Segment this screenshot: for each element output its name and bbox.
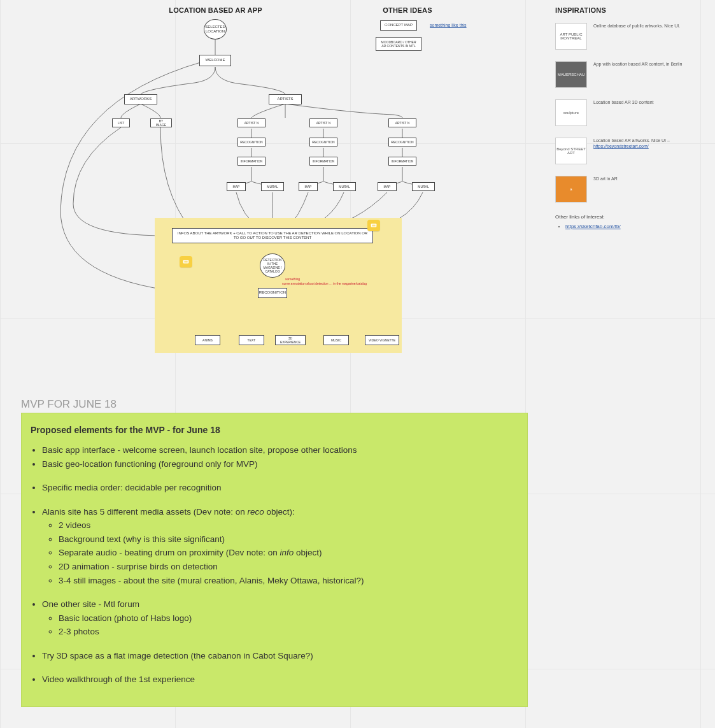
node-reco-1[interactable]: RECOGNITION <box>237 138 265 146</box>
inspiration-row[interactable]: Beyond STREET ARTLocation based AR artwo… <box>555 138 683 164</box>
list-item: Separate audio - beating drum on proximi… <box>59 546 518 559</box>
node-mural-2[interactable]: MURAL <box>333 182 356 191</box>
node-map-3[interactable]: MAP <box>378 182 397 191</box>
inspiration-text: Online database of public artworks. Nice… <box>593 23 680 29</box>
list-item: Alanis site has 5 different media assets… <box>42 506 518 587</box>
inspiration-row[interactable]: a3D art in AR <box>555 176 683 203</box>
node-leaf-4[interactable]: VIDEO VIGNETTE <box>365 335 399 345</box>
list-item: Specific media order: decidable per reco… <box>42 482 518 494</box>
other-links-label: Other links of interest: <box>555 214 683 220</box>
node-recognition[interactable]: RECOGNITION <box>258 288 287 298</box>
svg-rect-3 <box>183 260 189 263</box>
node-info-1[interactable]: INFORMATION <box>237 157 265 166</box>
node-leaf-1[interactable]: TEXT <box>239 335 264 345</box>
node-map-2[interactable]: MAP <box>299 182 318 191</box>
list-item: Basic app interface - welcome screen, la… <box>42 444 518 457</box>
svg-rect-5 <box>184 262 187 262</box>
node-root-label: SELECTED LOCATION <box>205 25 225 34</box>
inspiration-thumb: MAUERSCHAU <box>555 61 587 88</box>
node-detection-oval[interactable]: DETECTION IN THE MAGAZINE / CATALOG <box>260 253 285 278</box>
sticky-note-1[interactable] <box>367 220 380 231</box>
mvp-sticky-note[interactable]: Proposed elements for the MVP - for June… <box>21 413 528 707</box>
list-item: Background text (why is this site signif… <box>59 533 518 546</box>
list-item: 2 videos <box>59 519 518 532</box>
inspiration-text: Location based AR artworks. Nice UI – ht… <box>593 138 683 149</box>
list-item: Basic location (photo of Habs logo) <box>59 612 518 625</box>
svg-rect-1 <box>372 224 375 225</box>
node-info-3[interactable]: INFORMATION <box>388 157 416 166</box>
heading-other-ideas: OTHER IDEAS <box>357 6 458 14</box>
heading-location-app: LOCATION BASED AR APP <box>153 6 278 14</box>
node-artist-1[interactable]: ARTIST N <box>237 118 265 127</box>
node-mural-3[interactable]: MURAL <box>412 182 435 191</box>
annotation-red-1: something <box>285 277 362 281</box>
comment-icon <box>182 259 190 266</box>
inspiration-thumb: Beyond STREET ART <box>555 138 587 164</box>
node-list[interactable]: LIST <box>112 118 130 127</box>
heading-inspirations: INSPIRATIONS <box>555 6 683 14</box>
comment-icon <box>370 222 378 229</box>
list-item: 3-4 still images - about the site (mural… <box>59 575 518 587</box>
node-map-1[interactable]: MAP <box>227 182 246 191</box>
node-artworks[interactable]: ARTWORKS <box>124 94 157 104</box>
inspiration-thumb: a <box>555 176 587 203</box>
node-root[interactable]: SELECTED LOCATION <box>204 19 227 39</box>
list-item: 2D animation - surprise birds on detecti… <box>59 560 518 573</box>
inspiration-text: 3D art in AR <box>593 176 618 182</box>
other-box-1[interactable]: CONCEPT MAP <box>380 20 417 31</box>
svg-rect-4 <box>184 261 187 261</box>
inspiration-row[interactable]: ART PUBLIC MONTREALOnline database of pu… <box>555 23 683 50</box>
annotation-red-2: some annotation about detection … in the… <box>282 282 371 285</box>
node-welcome[interactable]: WELCOME <box>199 55 231 66</box>
other-link-0[interactable]: https://sketchfab.com/fb/ <box>565 224 621 229</box>
inspiration-link[interactable]: https://beyondstreetart.com/ <box>593 144 649 148</box>
node-artist-3[interactable]: ARTIST N <box>388 118 416 127</box>
inspirations-column: INSPIRATIONS ART PUBLIC MONTREALOnline d… <box>555 6 683 229</box>
svg-rect-2 <box>372 225 375 226</box>
list-item: Try 3D space as a flat image detection (… <box>42 650 518 662</box>
inspiration-text: Location based AR 3D content <box>593 99 654 105</box>
node-callout[interactable]: INFOS ABOUT THE ARTWORK + CALL TO ACTION… <box>172 228 373 243</box>
list-item: 2-3 photos <box>59 625 518 638</box>
whiteboard-canvas[interactable]: LOCATION BASED AR APP OTHER IDEAS SELECT… <box>0 0 715 728</box>
mvp-title: Proposed elements for the MVP - for June… <box>31 425 518 435</box>
list-item: Basic geo-location functioning (foregrou… <box>42 458 518 471</box>
node-info-2[interactable]: INFORMATION <box>309 157 337 166</box>
svg-rect-0 <box>371 224 377 227</box>
mvp-list: Basic app interface - welcome screen, la… <box>42 444 518 470</box>
inspiration-thumb: sculpture <box>555 99 587 126</box>
inspiration-text: App with location based AR content, in B… <box>593 61 682 67</box>
node-byimage[interactable]: BY IMAGE <box>150 118 172 127</box>
lbl: ARTISTS <box>277 97 293 101</box>
node-reco-3[interactable]: RECOGNITION <box>388 138 416 146</box>
inspiration-row[interactable]: MAUERSCHAUApp with location based AR con… <box>555 61 683 88</box>
node-artists[interactable]: ARTISTS <box>269 94 302 104</box>
node-mural-1[interactable]: MURAL <box>261 182 284 191</box>
lbl: WELCOME <box>205 58 225 62</box>
node-leaf-0[interactable]: ANIMS <box>195 335 220 345</box>
node-leaf-2[interactable]: 3D EXPERIENCE <box>275 335 306 345</box>
node-reco-2[interactable]: RECOGNITION <box>309 138 337 146</box>
list-item: Video walkthrough of the 1st experience <box>42 673 518 686</box>
other-box-2[interactable]: MOODBOARD / OTHER AR CONTENTS IN MTL <box>376 37 421 51</box>
node-artist-2[interactable]: ARTIST N <box>309 118 337 127</box>
list-item: One other site - Mtl forum Basic locatio… <box>42 598 518 638</box>
inspiration-row[interactable]: sculptureLocation based AR 3D content <box>555 99 683 126</box>
mvp-section-label: MVP FOR JUNE 18 <box>21 398 117 411</box>
other-ideas-link[interactable]: something like this <box>430 23 467 27</box>
lbl: ARTWORKS <box>130 97 152 101</box>
node-leaf-3[interactable]: MUSIC <box>323 335 349 345</box>
sticky-note-2[interactable] <box>180 256 192 268</box>
inspiration-thumb: ART PUBLIC MONTREAL <box>555 23 587 50</box>
